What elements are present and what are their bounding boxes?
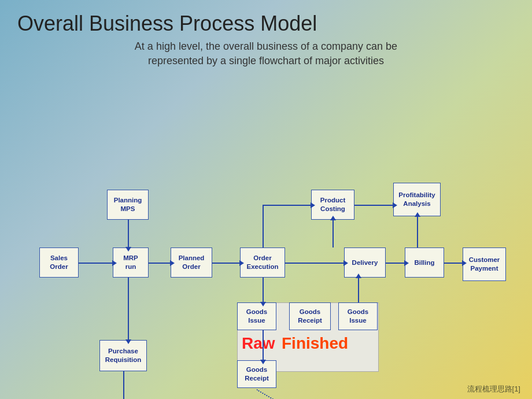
arrow-oe-pc-v (263, 205, 264, 247)
title: Overall Business Process Model (0, 0, 532, 39)
planned-order-box: PlannedOrder (171, 247, 212, 278)
delivery-box: Delivery (344, 247, 386, 278)
arrow-po-oe (212, 263, 240, 264)
goods-receipt-raw-box: GoodsReceipt (237, 360, 276, 388)
arrow-pr-down (123, 371, 124, 399)
arrow-oe-pc-h (263, 205, 311, 206)
customer-payment-box: CustomerPayment (463, 247, 506, 281)
goods-issue-raw-box: GoodsIssue (237, 302, 276, 330)
billing-box: Billing (405, 247, 444, 278)
arrow-del-bill (386, 263, 405, 264)
goods-receipt-finished-box: GoodsReceipt (289, 302, 331, 330)
planning-mps-box: PlanningMPS (107, 190, 149, 220)
arrow-so-mrp (79, 263, 113, 264)
arrow-oe-del (285, 263, 344, 264)
arrow-oe-gi (263, 278, 264, 302)
arrow-pc-pa (354, 205, 393, 206)
arrow-bill-pc (332, 220, 334, 247)
watermark: 流程梳理思路[1] (467, 384, 520, 394)
sales-order-box: SalesOrder (39, 247, 79, 278)
arrow-bill-pa (417, 216, 418, 247)
mrp-run-box: MRPrun (113, 247, 149, 278)
purchase-requisition-box: PurchaseRequisition (99, 340, 147, 371)
arrow-bill-cp (444, 263, 463, 264)
subtitle: At a high level, the overall business of… (0, 39, 532, 74)
finished-label: Finished (282, 334, 348, 353)
profitability-analysis-box: ProfitabilityAnalysis (393, 183, 441, 216)
arrow-oe-gr-raw (263, 330, 264, 360)
arrow-mrp-po (149, 263, 171, 264)
raw-label: Raw (242, 334, 275, 353)
goods-issue-finished-box: GoodsIssue (338, 302, 378, 330)
order-execution-box: OrderExecution (240, 247, 285, 278)
dotted-arrow (257, 390, 350, 399)
arrow-gi-del (358, 278, 359, 302)
diagram: Raw Finished PlanningMPS SalesOrder MRPr… (0, 77, 532, 372)
arrow-pmps-mrp (128, 220, 129, 247)
arrow-mrp-pr (128, 278, 129, 340)
